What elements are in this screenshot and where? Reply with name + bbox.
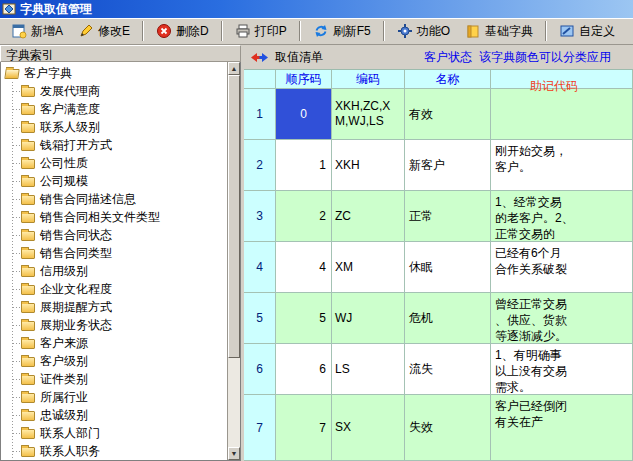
corner-header-cell[interactable]: [244, 70, 276, 89]
scroll-up-button[interactable]: ▲: [228, 62, 240, 75]
desc-cell[interactable]: 曾经正常交易 、供应、货款 等逐渐减少。: [491, 293, 633, 344]
seq-cell[interactable]: 7: [276, 395, 332, 461]
add-button-label: 新增A: [31, 23, 63, 40]
tree-item[interactable]: 信用级别: [1, 262, 227, 280]
refresh-button[interactable]: 刷新F5: [306, 19, 378, 43]
tree-item[interactable]: 销售合同类型: [1, 244, 227, 262]
tree-item[interactable]: 销售合同相关文件类型: [1, 208, 227, 226]
tree-item[interactable]: 发展代理商: [1, 82, 227, 100]
row-number-cell[interactable]: 6: [244, 344, 276, 395]
print-button-label: 打印P: [255, 23, 287, 40]
code-cell[interactable]: WJ: [332, 293, 405, 344]
toolbar-separator: [142, 21, 144, 41]
desc-cell[interactable]: 刚开始交易， 客户。: [491, 140, 633, 191]
folder-icon: [21, 267, 35, 277]
tree-item[interactable]: 所属行业: [1, 388, 227, 406]
base-dictionary-button[interactable]: 基础字典: [458, 19, 540, 43]
tree-item-label: 忠诚级别: [40, 407, 88, 424]
seq-cell[interactable]: 1: [276, 140, 332, 191]
seq-cell[interactable]: 2: [276, 191, 332, 242]
row-number-cell[interactable]: 1: [244, 89, 276, 140]
desc-cell[interactable]: 已经有6个月 合作关系破裂: [491, 242, 633, 293]
toolbar-right-group: 基础字典 自定义: [458, 19, 633, 43]
tree-item[interactable]: 联系人职务: [1, 442, 227, 460]
tree-item[interactable]: 客户满意度: [1, 100, 227, 118]
tree-item[interactable]: 联系人部门: [1, 424, 227, 442]
base-dictionary-icon: [465, 23, 481, 39]
code-cell[interactable]: SX: [332, 395, 405, 461]
name-cell[interactable]: 危机: [405, 293, 491, 344]
code-cell[interactable]: XKH: [332, 140, 405, 191]
folder-icon: [21, 303, 35, 313]
folder-icon: [21, 429, 35, 439]
row-number-cell[interactable]: 3: [244, 191, 276, 242]
name-cell[interactable]: 流失: [405, 344, 491, 395]
tree-item[interactable]: 企业文化程度: [1, 280, 227, 298]
tree-item[interactable]: 展期提醒方式: [1, 298, 227, 316]
code-cell[interactable]: ZC: [332, 191, 405, 242]
print-button[interactable]: 打印P: [228, 19, 294, 43]
tree-item[interactable]: 销售合同描述信息: [1, 190, 227, 208]
delete-icon: [156, 23, 172, 39]
desc-cell[interactable]: 客户已经倒闭 有关在产: [491, 395, 633, 461]
seq-cell[interactable]: 5: [276, 293, 332, 344]
name-cell[interactable]: 有效: [405, 89, 491, 140]
function-button-label: 功能O: [417, 23, 450, 40]
code-cell[interactable]: XKH,ZC,XM,WJ,LS: [332, 89, 405, 140]
code-cell[interactable]: LS: [332, 344, 405, 395]
open-folder-icon: [4, 69, 19, 79]
tree-root-customer-dictionary[interactable]: 客户字典: [1, 64, 227, 82]
tree-container: 客户字典 发展代理商 客户满意度 联系人级别 钱箱打开方式 公司性质 公司规模 …: [0, 62, 241, 461]
function-button[interactable]: 功能O: [390, 19, 457, 43]
row-number-cell[interactable]: 4: [244, 242, 276, 293]
custom-button[interactable]: 自定义: [552, 19, 622, 43]
desc-cell[interactable]: 1、有明确事 以上没有交易 需求。: [491, 344, 633, 395]
tree-item[interactable]: 客户来源: [1, 334, 227, 352]
delete-button[interactable]: 删除D: [149, 19, 216, 43]
col-header-code[interactable]: 编码: [332, 70, 405, 89]
folder-icon: [21, 141, 35, 151]
tree-item-label: 客户级别: [40, 353, 88, 370]
name-cell[interactable]: 新客户: [405, 140, 491, 191]
edit-button[interactable]: 修改E: [71, 19, 137, 43]
tree-item[interactable]: 销售合同状态: [1, 226, 227, 244]
add-button[interactable]: 新增A: [4, 19, 70, 43]
table-row: 3 2 ZC 正常 1、经常交易 的老客户。2、 正常交易的: [244, 191, 633, 242]
name-cell[interactable]: 正常: [405, 191, 491, 242]
seq-cell[interactable]: 4: [276, 242, 332, 293]
tree-item[interactable]: 证件类别: [1, 370, 227, 388]
tree-item[interactable]: 公司性质: [1, 154, 227, 172]
row-number-cell[interactable]: 2: [244, 140, 276, 191]
desc-cell[interactable]: 1、经常交易 的老客户。2、 正常交易的: [491, 191, 633, 242]
tree-item[interactable]: 展期业务状态: [1, 316, 227, 334]
desc-cell[interactable]: [491, 89, 633, 140]
tree-item-label: 销售合同状态: [40, 227, 112, 244]
row-number-cell[interactable]: 5: [244, 293, 276, 344]
tree-item-label: 证件类别: [40, 371, 88, 388]
folder-icon: [21, 411, 35, 421]
name-cell[interactable]: 休眠: [405, 242, 491, 293]
tree-item[interactable]: 联系人级别: [1, 118, 227, 136]
tree-item-label: 联系人部门: [40, 425, 100, 442]
scroll-down-button[interactable]: ▼: [228, 447, 240, 460]
col-header-name[interactable]: 名称: [405, 70, 491, 89]
seq-cell[interactable]: 6: [276, 344, 332, 395]
tree-item[interactable]: 公司规模: [1, 172, 227, 190]
scrollbar-thumb[interactable]: [228, 75, 240, 358]
swap-icon[interactable]: [251, 52, 268, 63]
refresh-icon: [313, 23, 329, 39]
scrollbar-track[interactable]: [228, 75, 240, 447]
edit-icon: [78, 23, 94, 39]
code-cell[interactable]: XM: [332, 242, 405, 293]
refresh-button-label: 刷新F5: [333, 23, 371, 40]
tree-item[interactable]: 钱箱打开方式: [1, 136, 227, 154]
tree-item-label: 销售合同相关文件类型: [40, 209, 160, 226]
tree-item[interactable]: 客户级别: [1, 352, 227, 370]
name-cell[interactable]: 失效: [405, 395, 491, 461]
add-icon: [11, 23, 27, 39]
seq-cell-selected[interactable]: 0: [276, 89, 332, 140]
tree-scrollbar[interactable]: ▲ ▼: [227, 62, 240, 460]
row-number-cell[interactable]: 7: [244, 395, 276, 461]
col-header-seq[interactable]: 顺序码: [276, 70, 332, 89]
tree-item[interactable]: 忠诚级别: [1, 406, 227, 424]
